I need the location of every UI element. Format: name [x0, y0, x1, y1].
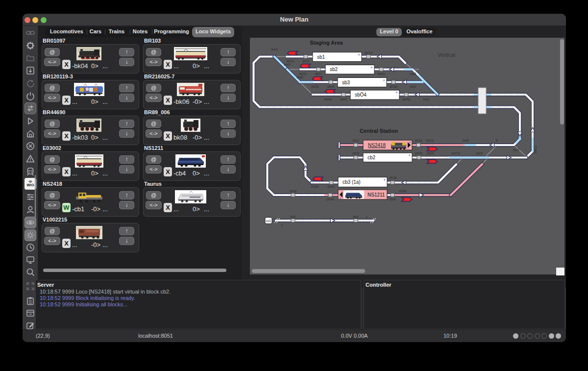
- svg-text:+: +: [408, 153, 411, 158]
- svg-text:sb2: sb2: [330, 67, 338, 72]
- svg-text:sb2i: sb2i: [315, 72, 322, 76]
- svg-text:Central Station: Central Station: [360, 128, 398, 134]
- svg-text:sw3: sw3: [410, 72, 416, 76]
- svg-text:sb3e: sb3e: [390, 84, 397, 89]
- svg-text:sb4i: sb4i: [340, 97, 347, 101]
- svg-text:sb4e: sb4e: [402, 97, 410, 101]
- svg-text:sw6: sw6: [296, 75, 303, 79]
- svg-text:+: +: [395, 90, 398, 95]
- svg-text:sw1: sw1: [423, 97, 429, 101]
- svg-text:+: +: [383, 177, 386, 182]
- svg-text:sw11: sw11: [533, 146, 538, 154]
- svg-text:cb1i: cb1i: [352, 138, 359, 143]
- svg-text:cb4s: cb4s: [399, 189, 407, 193]
- svg-text:cb4i: cb4i: [389, 197, 396, 201]
- svg-text:cb3 (1a): cb3 (1a): [343, 179, 361, 185]
- svg-text:cb1e: cb1e: [415, 138, 422, 143]
- svg-text:1: 1: [281, 223, 283, 227]
- svg-text:Staging Area: Staging Area: [310, 40, 343, 46]
- svg-text:sb4s: sb4s: [324, 97, 332, 101]
- svg-text:sb3s: sb3s: [311, 84, 319, 89]
- svg-text:sb1i: sb1i: [302, 59, 309, 63]
- svg-text:cb1s: cb1s: [426, 138, 434, 143]
- svg-text:sbÖ4: sbÖ4: [355, 92, 367, 98]
- svg-text:sb3i: sb3i: [327, 84, 334, 89]
- svg-text:NS1211: NS1211: [368, 192, 385, 198]
- svg-text:sw2: sw2: [410, 84, 416, 89]
- svg-text:WiO: WiO: [27, 183, 34, 187]
- svg-text:sb1e: sb1e: [365, 50, 372, 55]
- svg-text:sw10: sw10: [451, 151, 460, 155]
- svg-text:co1: co1: [266, 219, 271, 223]
- svg-text:cb2i: cb2i: [352, 151, 359, 155]
- svg-text:+: +: [383, 78, 385, 83]
- svg-text:+: +: [358, 52, 360, 57]
- svg-text:cb2s: cb2s: [426, 151, 434, 155]
- svg-text:cb2: cb2: [368, 155, 376, 160]
- svg-text:+: +: [339, 196, 342, 201]
- svg-text:NS2418: NS2418: [368, 143, 386, 148]
- svg-text:sb3: sb3: [342, 80, 350, 85]
- svg-text:Vertical: Vertical: [438, 52, 455, 58]
- svg-text:+: +: [409, 140, 411, 145]
- svg-text:sw4: sw4: [271, 47, 277, 51]
- svg-text:sb1: sb1: [317, 54, 325, 60]
- svg-text:cb3i: cb3i: [327, 184, 334, 189]
- svg-text:cb3s: cb3s: [311, 184, 319, 189]
- svg-text:sb2e: sb2e: [377, 72, 385, 76]
- svg-text:fb6: fb6: [353, 215, 358, 219]
- svg-text:cb2e: cb2e: [415, 151, 423, 155]
- svg-text:+: +: [370, 65, 373, 70]
- svg-text:1: 1: [366, 215, 368, 219]
- svg-text:sw8: sw8: [462, 138, 468, 143]
- svg-text:loop: loop: [290, 189, 296, 193]
- svg-text:fb5: fb5: [291, 215, 295, 219]
- svg-text:E: E: [495, 138, 498, 143]
- svg-text:cb3e: cb3e: [389, 175, 397, 180]
- svg-text:sw5: sw5: [284, 62, 290, 67]
- svg-text:sw7: sw7: [513, 148, 519, 152]
- svg-text:cb4e: cb4e: [326, 197, 334, 201]
- svg-text:sw9: sw9: [476, 151, 482, 155]
